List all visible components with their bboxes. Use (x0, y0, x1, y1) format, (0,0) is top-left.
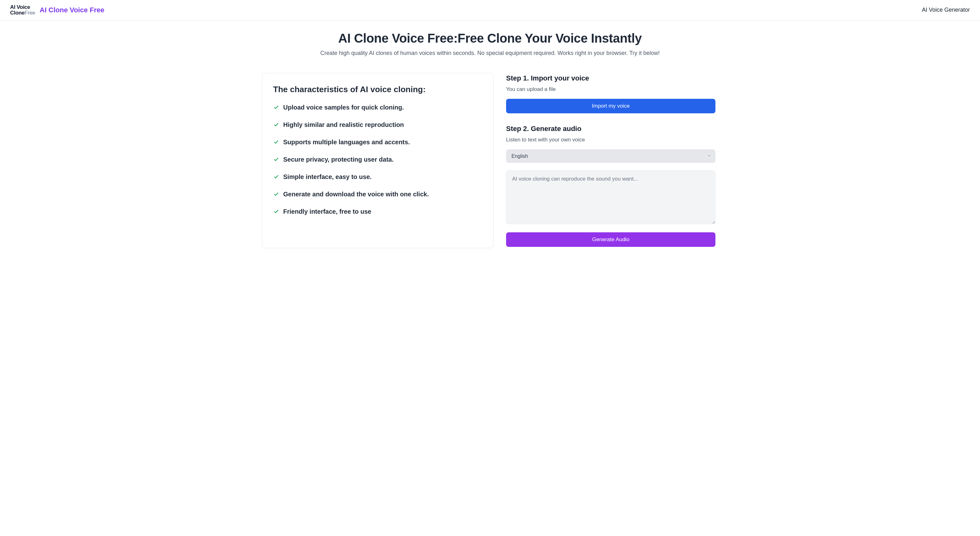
logo-line2-bold: Clone (10, 10, 25, 16)
step1: Step 1. Import your voice You can upload… (506, 74, 716, 113)
site-header: AI Voice CloneFree AI Clone Voice Free A… (0, 0, 980, 21)
feature-item: Friendly interface, free to use (273, 208, 482, 215)
step2-desc: Listen to text with your own voice (506, 137, 716, 143)
logo-line1: AI Voice (10, 4, 30, 10)
feature-text: Highly similar and realistic reproductio… (283, 121, 404, 129)
check-icon (273, 208, 279, 215)
feature-text: Generate and download the voice with one… (283, 191, 429, 198)
hero: AI Clone Voice Free:Free Clone Your Voic… (0, 21, 980, 65)
step2: Step 2. Generate audio Listen to text wi… (506, 125, 716, 247)
logo-line2: CloneFree (10, 10, 35, 16)
check-icon (273, 173, 279, 180)
logo[interactable]: AI Voice CloneFree (10, 5, 35, 16)
text-input[interactable] (506, 170, 716, 224)
feature-text: Secure privacy, protecting user data. (283, 156, 394, 163)
check-icon (273, 156, 279, 162)
language-select[interactable]: English (506, 149, 716, 163)
language-select-wrap: English (506, 149, 716, 163)
import-voice-button[interactable]: Import my voice (506, 99, 716, 113)
features-heading: The characteristics of AI voice cloning: (273, 84, 482, 94)
check-icon (273, 139, 279, 145)
step2-title: Step 2. Generate audio (506, 125, 716, 133)
feature-text: Friendly interface, free to use (283, 208, 371, 215)
feature-item: Simple interface, easy to use. (273, 173, 482, 181)
feature-text: Upload voice samples for quick cloning. (283, 104, 404, 111)
generate-audio-button[interactable]: Generate Audio (506, 232, 716, 247)
feature-item: Highly similar and realistic reproductio… (273, 121, 482, 129)
steps-panel: Step 1. Import your voice You can upload… (505, 73, 718, 248)
check-icon (273, 121, 279, 128)
logo-line2-light: Free (25, 10, 35, 16)
check-icon (273, 104, 279, 110)
feature-item: Generate and download the voice with one… (273, 191, 482, 198)
header-left: AI Voice CloneFree AI Clone Voice Free (10, 5, 104, 16)
feature-item: Supports multiple languages and accents. (273, 138, 482, 146)
hero-title: AI Clone Voice Free:Free Clone Your Voic… (6, 31, 974, 45)
brand-title[interactable]: AI Clone Voice Free (40, 6, 105, 14)
hero-subtitle: Create high quality AI clones of human v… (6, 50, 974, 57)
feature-item: Upload voice samples for quick cloning. (273, 104, 482, 111)
step1-desc: You can upload a file (506, 86, 716, 92)
main: The characteristics of AI voice cloning:… (253, 65, 727, 261)
feature-item: Secure privacy, protecting user data. (273, 156, 482, 163)
check-icon (273, 191, 279, 197)
step1-title: Step 1. Import your voice (506, 74, 716, 83)
features-panel: The characteristics of AI voice cloning:… (262, 73, 493, 248)
nav-link-generator[interactable]: AI Voice Generator (922, 6, 970, 13)
feature-text: Supports multiple languages and accents. (283, 138, 410, 146)
feature-text: Simple interface, easy to use. (283, 173, 372, 181)
